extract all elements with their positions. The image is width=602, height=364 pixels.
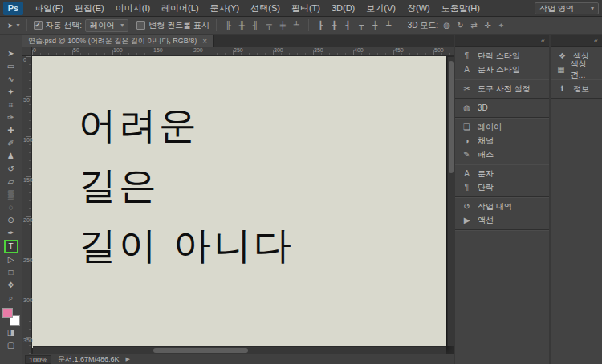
distribute-vertical-centers-icon[interactable]: ╂: [329, 19, 340, 32]
menu-type[interactable]: 문자(Y): [205, 0, 246, 16]
crop-tool[interactable]: ⌗: [0, 99, 22, 111]
distribute-right-icon[interactable]: ┷: [384, 19, 394, 32]
zoom-level-field[interactable]: 100%: [25, 355, 51, 364]
panel-button-history[interactable]: ↺ 작업 내역: [455, 200, 549, 213]
panel-button-actions[interactable]: ▶ 액션: [455, 213, 549, 227]
rectangle-tool[interactable]: □: [0, 266, 22, 279]
foreground-color-swatch[interactable]: [2, 308, 13, 318]
menu-3d[interactable]: 3D(D): [326, 0, 360, 16]
align-horizontal-centers-icon[interactable]: ╫: [237, 19, 247, 32]
eraser-tool[interactable]: ▱: [0, 176, 22, 188]
pen-tool[interactable]: ✒: [0, 227, 22, 240]
align-right-edges-icon[interactable]: ╢: [250, 19, 261, 32]
ruler-vertical: 0 50 100 150 200 250 300 350: [22, 56, 32, 354]
menu-view[interactable]: 보기(V): [360, 0, 401, 16]
chevron-down-icon: ▾: [17, 22, 20, 29]
document-canvas[interactable]: 어려운 길은 길이 아니다: [32, 56, 446, 348]
menu-file[interactable]: 파일(F): [29, 0, 69, 16]
align-bottom-edges-icon[interactable]: ╧: [291, 19, 302, 32]
horizontal-scrollbar[interactable]: [33, 346, 446, 354]
canvas-text-line: 길은: [79, 155, 294, 215]
path-selection-tool[interactable]: ▷: [0, 253, 22, 266]
panel-button-paragraph-styles[interactable]: ¶ 단락 스타일: [455, 49, 549, 63]
panel-button-layers[interactable]: ❏ 레이어: [455, 120, 549, 134]
screen-mode-button[interactable]: ▢: [0, 339, 22, 352]
tool-preset-picker[interactable]: ➤ ▾: [3, 17, 24, 34]
panel-button-info[interactable]: ℹ 정보: [551, 82, 602, 95]
close-icon[interactable]: ×: [202, 37, 207, 46]
panel-label: 레이어: [478, 122, 502, 133]
3d-roll-icon[interactable]: ↻: [455, 19, 466, 32]
collapse-panels-icon[interactable]: «: [541, 37, 545, 45]
vertical-scrollbar[interactable]: [447, 57, 454, 346]
gradient-tool[interactable]: ▒: [0, 188, 22, 201]
panel-label: 3D: [478, 103, 488, 112]
menu-window[interactable]: 창(W): [401, 0, 436, 16]
panel-button-tool-presets[interactable]: ✂ 도구 사전 설정: [455, 82, 549, 95]
panel-button-paragraph[interactable]: ¶ 단락: [455, 180, 549, 194]
zoom-tool[interactable]: ⌕: [0, 292, 22, 305]
eyedropper-tool[interactable]: ✑: [0, 111, 22, 124]
workspace-switcher[interactable]: 작업 영역 ▾: [535, 2, 599, 14]
quick-selection-tool[interactable]: ✦: [0, 86, 22, 99]
3d-scale-icon[interactable]: ⌖: [496, 19, 506, 32]
vertical-scrollbar-thumb[interactable]: [449, 61, 454, 173]
lasso-tool[interactable]: ∿: [0, 73, 22, 86]
blur-tool[interactable]: ◌: [0, 201, 22, 214]
align-top-edges-icon[interactable]: ╤: [264, 19, 275, 32]
color-swatches[interactable]: [0, 307, 22, 326]
clone-stamp-tool[interactable]: ♟: [0, 150, 22, 163]
marquee-tool[interactable]: ▭: [0, 60, 22, 73]
panel-button-paths[interactable]: ✎ 패스: [455, 148, 549, 161]
panel-button-channels[interactable]: ◑ 채널: [455, 134, 549, 148]
menu-edit[interactable]: 편집(E): [69, 0, 110, 16]
show-transform-checkbox[interactable]: [136, 21, 145, 30]
3d-rotate-icon[interactable]: ◍: [441, 19, 452, 32]
move-tool-icon: ➤: [7, 22, 14, 30]
status-expander-icon[interactable]: ▶: [126, 356, 130, 362]
ruler-label: 350: [23, 338, 33, 343]
panel-label: 액션: [478, 215, 494, 226]
panel-button-character[interactable]: A 문자: [455, 167, 549, 180]
history-brush-tool[interactable]: ↺: [0, 163, 22, 176]
panel-button-character-styles[interactable]: A 문자 스타일: [455, 63, 549, 76]
panel-label: 패스: [478, 149, 494, 160]
menu-select[interactable]: 선택(S): [245, 0, 286, 16]
quick-mask-button[interactable]: ◨: [0, 326, 22, 339]
collapse-panels-icon[interactable]: «: [594, 37, 598, 45]
auto-select-checkbox[interactable]: ✓: [34, 21, 43, 30]
brush-tool[interactable]: ✐: [0, 137, 22, 150]
options-bar: ➤ ▾ ✓ 자동 선택: 레이어 ▾ 변형 컨트롤 표시 ╟ ╫ ╢ ╤ ╪ ╧…: [0, 17, 602, 34]
swatches-icon: ▦: [557, 65, 565, 74]
align-left-edges-icon[interactable]: ╟: [223, 19, 234, 32]
distribute-left-icon[interactable]: ┯: [356, 19, 367, 32]
hand-tool[interactable]: ✥: [0, 279, 22, 292]
panel-label: 작업 내역: [478, 201, 512, 212]
document-title: 연습.psd @ 100% (어려운 길은 길이 아니다, RGB/8): [28, 36, 197, 47]
3d-slide-icon[interactable]: ✛: [482, 19, 493, 32]
ruler-label: 200: [193, 47, 203, 53]
type-tool[interactable]: T: [4, 240, 18, 253]
panel-button-swatches[interactable]: ▦ 색상 견...: [551, 63, 602, 76]
align-vertical-centers-icon[interactable]: ╪: [278, 19, 288, 32]
auto-select-target-dropdown[interactable]: 레이어 ▾: [85, 19, 128, 32]
menu-layer[interactable]: 레이어(L): [156, 0, 204, 16]
distribute-top-icon[interactable]: ┠: [315, 19, 326, 32]
menu-help[interactable]: 도움말(H): [436, 0, 486, 16]
3d-panel-icon: ◍: [462, 103, 472, 112]
distribute-bottom-icon[interactable]: ┨: [343, 19, 353, 32]
distribute-horizontal-centers-icon[interactable]: ┿: [370, 19, 380, 32]
document-tab[interactable]: 연습.psd @ 100% (어려운 길은 길이 아니다, RGB/8) ×: [22, 35, 214, 47]
dodge-tool[interactable]: ⊙: [0, 214, 22, 227]
chevron-down-icon: ▾: [591, 5, 594, 12]
ruler-label: 0: [23, 57, 26, 63]
menu-image[interactable]: 이미지(I): [110, 0, 156, 16]
move-tool[interactable]: ➤: [0, 47, 22, 60]
panel-button-3d[interactable]: ◍ 3D: [455, 101, 549, 115]
horizontal-scrollbar-thumb[interactable]: [153, 348, 248, 353]
menu-filter[interactable]: 필터(T): [286, 0, 326, 16]
tools-panel: ➤ ▭ ∿ ✦ ⌗ ✑ ✚ ✐ ♟ ↺ ▱ ▒ ◌ ⊙ ✒ T ▷ □ ✥ ⌕ …: [0, 35, 22, 364]
healing-brush-tool[interactable]: ✚: [0, 124, 22, 137]
history-icon: ↺: [462, 202, 472, 211]
3d-pan-icon[interactable]: ⇄: [469, 19, 479, 32]
